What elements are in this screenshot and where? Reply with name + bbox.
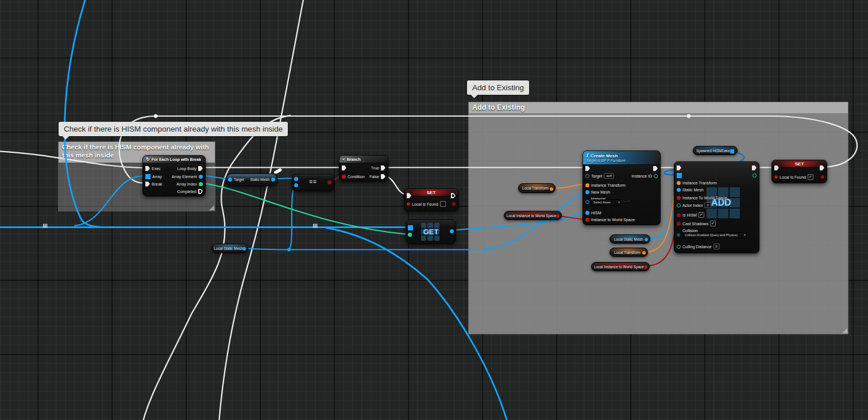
wire-junction[interactable] (287, 248, 291, 252)
instance-transform-pin[interactable] (585, 183, 589, 187)
is-hism-checkbox[interactable] (699, 212, 704, 218)
var-out-pin[interactable] (730, 149, 734, 153)
array-in-pin[interactable] (408, 225, 413, 230)
wire-localsm-eq[interactable] (289, 186, 294, 250)
target-pin[interactable] (228, 178, 232, 182)
array-pin[interactable] (145, 174, 151, 179)
actor-index-pin[interactable] (677, 203, 681, 207)
culling-distance-value[interactable]: 0 (713, 244, 720, 249)
wire-junction[interactable] (484, 248, 488, 252)
exec-in-pin[interactable] (585, 166, 590, 171)
completed-pin[interactable] (198, 189, 203, 194)
local-is-found-pin[interactable] (407, 202, 410, 206)
node-title: Branch (347, 157, 361, 161)
node-get-static-mesh[interactable]: Target Static Mesh (226, 174, 277, 186)
new-mesh-pin[interactable] (585, 190, 589, 194)
var-local-static-mesh-1[interactable]: Local Static Mesh (211, 244, 248, 253)
target-pin[interactable] (585, 174, 589, 178)
instance-id-pin[interactable] (654, 174, 658, 178)
node-array-add[interactable]: ADD Instance Transform Static Mesh Insta… (674, 161, 759, 253)
index-out-pin[interactable] (753, 174, 757, 178)
var-out-pin[interactable] (644, 265, 647, 269)
loop-icon: ↻ (146, 157, 150, 162)
node-equal[interactable]: == (292, 174, 334, 191)
node-array-get[interactable]: GET (406, 219, 456, 244)
material-back-icon[interactable]: ← (623, 199, 627, 203)
material-pin[interactable] (585, 200, 589, 204)
node-title: SET (795, 161, 804, 167)
comment-bubble-add-existing[interactable]: Add to Existing (467, 80, 529, 95)
index-pin[interactable] (408, 233, 412, 237)
var-local-instance-to-world-space-1[interactable]: Local Instance to World Space (504, 211, 562, 220)
function-icon: f (586, 153, 588, 159)
wire-localsm-line[interactable] (247, 249, 486, 250)
var-out-pin[interactable] (550, 187, 553, 191)
wire-array-foreach[interactable] (75, 176, 144, 226)
wire-knot[interactable] (154, 114, 157, 118)
node-for-each-loop-with-break[interactable]: ↻For Each Loop with Break Exec Array Bre… (142, 155, 206, 196)
static-mesh-label: Static Mesh (250, 178, 269, 182)
node-title: For Each Loop with Break (152, 157, 201, 161)
wire-transform-createmesh[interactable] (551, 184, 585, 188)
local-is-found-checkbox[interactable] (808, 174, 813, 180)
target-value[interactable]: self (604, 173, 614, 179)
var-out-pin[interactable] (645, 238, 648, 241)
instance-to-world-space-pin[interactable] (677, 196, 681, 200)
var-local-transform-1[interactable]: Local Transform (518, 183, 555, 193)
static-mesh-out-pin[interactable] (271, 178, 275, 182)
var-out-pin[interactable] (556, 214, 560, 218)
node-subtitle: Target is BP P Furniture (586, 159, 626, 163)
array-in-pin[interactable] (677, 173, 682, 178)
false-pin[interactable] (381, 174, 385, 179)
var-out-pin[interactable] (642, 251, 646, 255)
var-local-transform-2[interactable]: Local Transform (609, 248, 648, 257)
node-branch[interactable]: <Branch Condition True False (339, 155, 388, 182)
exec-in-pin[interactable] (342, 165, 346, 171)
loop-body-pin[interactable] (198, 166, 203, 171)
node-title: SET (427, 190, 436, 195)
node-title: Create Mesh (591, 153, 618, 159)
get-watermark-label: GET (406, 228, 456, 236)
collision-select[interactable]: Collision Enabled (Query and Physics) (682, 232, 747, 238)
cast-shadows-checkbox[interactable] (710, 221, 716, 226)
exec-in-pin[interactable] (677, 165, 681, 171)
material-select[interactable]: Select Asset (591, 199, 621, 206)
material-browse-icon[interactable]: ○ (628, 199, 630, 203)
var-spawned-hism-data[interactable]: Spawned HISMData (693, 146, 738, 155)
exec-out-pin[interactable] (653, 166, 658, 171)
hism-pin[interactable] (585, 211, 589, 215)
culling-distance-pin[interactable] (677, 245, 681, 249)
exec-out-pin[interactable] (752, 165, 757, 171)
is-hism-pin[interactable] (677, 213, 681, 217)
blueprint-graph-canvas[interactable]: Check if there is HISM component already… (0, 0, 868, 420)
local-is-found-pin[interactable] (774, 175, 778, 179)
static-mesh-pin[interactable] (677, 188, 681, 192)
true-pin[interactable] (381, 165, 385, 171)
actor-index-value[interactable]: 0 (704, 202, 711, 208)
break-pin[interactable] (145, 182, 150, 187)
array-element-pin[interactable] (199, 175, 203, 179)
node-set-local-is-found-1[interactable]: SET Local Is Found (404, 188, 458, 211)
wire-array-offscreen[interactable] (326, 228, 508, 420)
node-create-mesh[interactable]: fCreate Mesh Target is BP P Furniture Ta… (582, 151, 661, 225)
instance-to-world-space-pin[interactable] (585, 218, 589, 222)
condition-pin[interactable] (342, 175, 346, 179)
wire-localsm-newmesh[interactable] (486, 192, 584, 250)
value-out-pin[interactable] (821, 175, 824, 179)
value-out-pin[interactable] (452, 202, 456, 206)
instance-transform-pin[interactable] (677, 181, 681, 185)
local-is-found-checkbox[interactable] (440, 201, 446, 207)
wire-knot[interactable] (687, 114, 690, 118)
collision-pin[interactable] (677, 233, 680, 237)
cast-shadows-pin[interactable] (677, 222, 681, 226)
node-set-local-is-found-2[interactable]: SET Local Is Found (771, 160, 827, 183)
comment-bubble-check-hism[interactable]: Check if there is HISM component already… (59, 122, 288, 136)
var-out-pin[interactable] (242, 247, 246, 251)
var-local-instance-to-world-space-2[interactable]: Local Instance to World Space (591, 262, 650, 271)
var-local-static-mesh-2[interactable]: Local Static Mesh (609, 234, 650, 244)
item-out-pin[interactable] (450, 229, 454, 233)
array-index-pin[interactable] (199, 182, 203, 186)
wire-array-top[interactable] (64, 0, 100, 227)
exec-in-pin[interactable] (145, 166, 150, 171)
equal-result-pin[interactable] (327, 180, 331, 184)
